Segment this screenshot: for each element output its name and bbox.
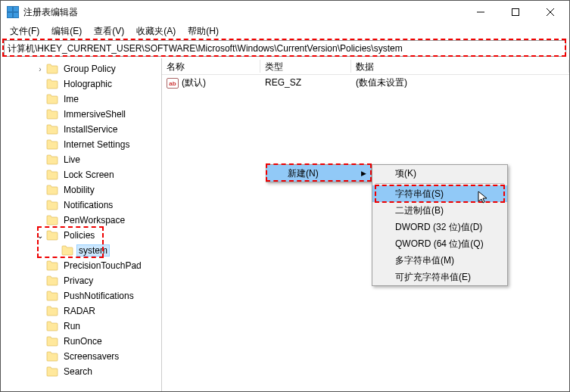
folder-icon	[46, 291, 58, 301]
folder-icon	[46, 185, 58, 195]
tree-item-label: Search	[61, 366, 95, 377]
submenu-item[interactable]: 项(K)	[372, 165, 507, 182]
menu-item-new[interactable]: 新建(N) ▶	[266, 165, 371, 182]
expand-icon[interactable]: ›	[34, 65, 46, 73]
tree-item-label: Ime	[61, 94, 81, 104]
tree-item-label: Policies	[61, 230, 97, 241]
tree-item-label: Screensavers	[61, 351, 121, 362]
submenu-item[interactable]: QWORD (64 位)值(Q)	[372, 235, 507, 252]
tree-item-label: Mobility	[61, 185, 97, 195]
menu-file[interactable]: 文件(F)	[4, 23, 45, 39]
window-title: 注册表编辑器	[23, 6, 463, 19]
folder-icon	[46, 109, 58, 120]
submenu-item[interactable]: DWORD (32 位)值(D)	[372, 219, 507, 235]
folder-icon	[46, 79, 58, 89]
tree-item[interactable]: ImmersiveShell	[1, 107, 161, 122]
tree-item[interactable]: Run	[1, 319, 161, 334]
tree-item[interactable]: Lock Screen	[1, 167, 161, 182]
string-value-icon: ab	[167, 78, 179, 89]
tree-item-label: system	[76, 244, 110, 257]
tree-item-label: Notifications	[61, 200, 115, 210]
tree-item[interactable]: Mobility	[1, 182, 161, 198]
tree-item[interactable]: Live	[1, 152, 161, 167]
tree-item[interactable]: PrecisionTouchPad	[1, 258, 161, 273]
tree-item-label: PushNotifications	[61, 291, 136, 301]
folder-icon	[46, 139, 58, 150]
folder-icon	[46, 275, 58, 286]
list-header: 名称 类型 数据	[162, 58, 569, 75]
tree-item[interactable]: Search	[1, 364, 161, 379]
tree-item-label: PenWorkspace	[61, 215, 127, 226]
address-bar[interactable]: 计算机\HKEY_CURRENT_USER\SOFTWARE\Microsoft…	[4, 40, 566, 57]
tree-item[interactable]: Holographic	[1, 76, 161, 92]
submenu-item[interactable]: 多字符串值(M)	[372, 252, 507, 269]
tree-item-label: InstallService	[61, 124, 120, 135]
folder-icon	[46, 215, 58, 226]
menu-view[interactable]: 查看(V)	[88, 23, 130, 39]
cell-type: REG_SZ	[260, 77, 351, 88]
collapse-icon[interactable]: ⌄	[34, 232, 46, 240]
folder-icon	[46, 124, 58, 135]
folder-icon	[46, 306, 58, 316]
folder-icon	[61, 245, 73, 256]
folder-icon	[46, 260, 58, 271]
folder-icon	[46, 351, 58, 362]
menu-help[interactable]: 帮助(H)	[182, 23, 225, 39]
tree-panel[interactable]: ›Group PolicyHolographicImeImmersiveShel…	[1, 58, 162, 391]
tree-item-label: ImmersiveShell	[61, 109, 128, 120]
tree-item[interactable]: RADAR	[1, 303, 161, 319]
list-row[interactable]: ab(默认) REG_SZ (数值未设置)	[162, 75, 569, 90]
menu-favorites[interactable]: 收藏夹(A)	[130, 23, 182, 39]
cell-name: ab(默认)	[162, 76, 260, 89]
tree-item[interactable]: system	[1, 243, 161, 258]
tree-item-label: PrecisionTouchPad	[61, 260, 144, 271]
folder-icon	[46, 170, 58, 180]
context-submenu: 项(K)字符串值(S)二进制值(B)DWORD (32 位)值(D)QWORD …	[372, 164, 508, 286]
context-menu-new: 新建(N) ▶	[266, 164, 372, 182]
tree-item[interactable]: PushNotifications	[1, 288, 161, 303]
menu-edit[interactable]: 编辑(E)	[45, 23, 88, 39]
col-header-type[interactable]: 类型	[260, 58, 351, 74]
folder-icon	[46, 230, 58, 241]
col-header-name[interactable]: 名称	[162, 58, 260, 74]
folder-icon	[46, 321, 58, 331]
tree-item[interactable]: RunOnce	[1, 334, 161, 349]
cell-data: (数值未设置)	[351, 76, 569, 89]
folder-icon	[46, 336, 58, 347]
tree-item[interactable]: Internet Settings	[1, 137, 161, 152]
tree-item-label: Internet Settings	[61, 139, 132, 150]
tree-item[interactable]: Ime	[1, 92, 161, 107]
col-header-data[interactable]: 数据	[351, 58, 569, 74]
tree-item-label: RADAR	[61, 306, 98, 316]
close-button[interactable]	[533, 1, 568, 23]
folder-icon	[46, 366, 58, 377]
folder-icon	[46, 154, 58, 165]
minimize-button[interactable]	[463, 1, 498, 23]
menu-separator	[375, 183, 504, 184]
tree-item-label: Privacy	[61, 275, 95, 286]
tree-item-label: Live	[61, 154, 83, 165]
address-path: 计算机\HKEY_CURRENT_USER\SOFTWARE\Microsoft…	[8, 42, 403, 55]
menubar: 文件(F) 编辑(E) 查看(V) 收藏夹(A) 帮助(H)	[1, 23, 569, 39]
tree-item[interactable]: InstallService	[1, 122, 161, 137]
tree-item-label: Holographic	[61, 79, 114, 89]
tree-item[interactable]: PenWorkspace	[1, 213, 161, 228]
folder-icon	[46, 94, 58, 104]
folder-icon	[46, 64, 58, 74]
tree-item[interactable]: Screensavers	[1, 349, 161, 364]
tree-item[interactable]: ›Group Policy	[1, 61, 161, 76]
tree-item-label: RunOnce	[61, 336, 104, 347]
list-panel[interactable]: 名称 类型 数据 ab(默认) REG_SZ (数值未设置)	[162, 58, 569, 391]
submenu-arrow-icon: ▶	[361, 170, 366, 177]
tree-item[interactable]: ⌄Policies	[1, 228, 161, 243]
submenu-item[interactable]: 可扩充字符串值(E)	[372, 269, 507, 285]
tree-item[interactable]: Privacy	[1, 273, 161, 288]
titlebar: 注册表编辑器	[1, 1, 569, 23]
submenu-item[interactable]: 二进制值(B)	[372, 202, 507, 219]
maximize-button[interactable]	[498, 1, 533, 23]
tree-item-label: Lock Screen	[61, 170, 117, 180]
folder-icon	[46, 200, 58, 210]
submenu-item[interactable]: 字符串值(S)	[372, 185, 507, 202]
tree-item[interactable]: Notifications	[1, 198, 161, 213]
tree-item-label: Run	[61, 321, 83, 331]
